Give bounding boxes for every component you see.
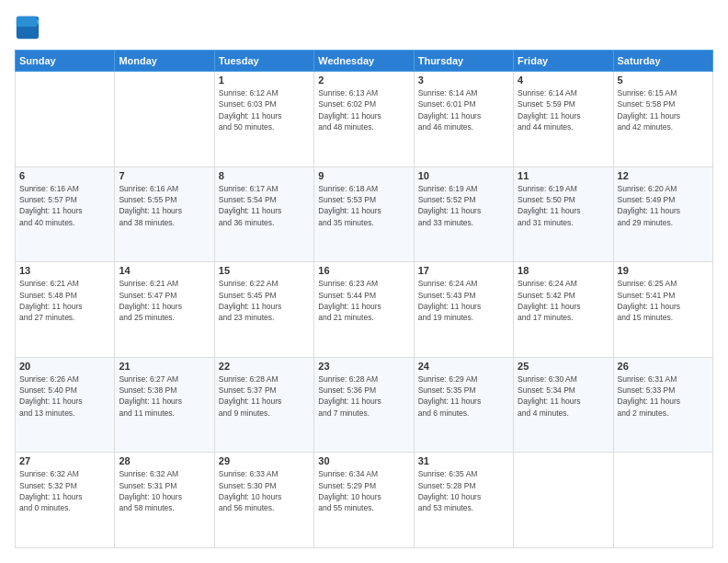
weekday-header: Tuesday: [214, 51, 313, 72]
calendar-cell: 18Sunrise: 6:24 AM Sunset: 5:42 PM Dayli…: [514, 262, 613, 358]
weekday-header-row: SundayMondayTuesdayWednesdayThursdayFrid…: [16, 51, 713, 72]
day-info: Sunrise: 6:21 AM Sunset: 5:48 PM Dayligh…: [19, 278, 110, 323]
weekday-header: Saturday: [613, 51, 712, 72]
calendar-cell: 1Sunrise: 6:12 AM Sunset: 6:03 PM Daylig…: [214, 72, 313, 167]
day-info: Sunrise: 6:19 AM Sunset: 5:50 PM Dayligh…: [518, 183, 609, 228]
day-info: Sunrise: 6:16 AM Sunset: 5:57 PM Dayligh…: [19, 183, 110, 228]
day-info: Sunrise: 6:13 AM Sunset: 6:02 PM Dayligh…: [318, 87, 409, 132]
day-info: Sunrise: 6:30 AM Sunset: 5:34 PM Dayligh…: [518, 373, 609, 419]
day-info: Sunrise: 6:24 AM Sunset: 5:43 PM Dayligh…: [418, 278, 509, 323]
logo-icon: [15, 15, 40, 40]
svg-rect-2: [17, 17, 37, 27]
weekday-header: Friday: [514, 51, 613, 72]
day-number: 30: [318, 455, 409, 466]
day-number: 4: [518, 75, 609, 86]
calendar-cell: 4Sunrise: 6:14 AM Sunset: 5:59 PM Daylig…: [514, 72, 613, 167]
logo: [15, 15, 44, 40]
day-number: 23: [318, 361, 409, 372]
day-info: Sunrise: 6:31 AM Sunset: 5:33 PM Dayligh…: [618, 373, 709, 419]
weekday-header: Sunday: [16, 51, 115, 72]
day-number: 19: [618, 265, 709, 276]
day-info: Sunrise: 6:26 AM Sunset: 5:40 PM Dayligh…: [19, 373, 110, 419]
day-info: Sunrise: 6:28 AM Sunset: 5:36 PM Dayligh…: [318, 373, 409, 419]
calendar-cell: 20Sunrise: 6:26 AM Sunset: 5:40 PM Dayli…: [16, 357, 115, 453]
day-info: Sunrise: 6:27 AM Sunset: 5:38 PM Dayligh…: [119, 373, 210, 419]
calendar-week-row: 6Sunrise: 6:16 AM Sunset: 5:57 PM Daylig…: [16, 167, 713, 262]
calendar-cell: 15Sunrise: 6:22 AM Sunset: 5:45 PM Dayli…: [214, 262, 313, 358]
calendar-cell: 2Sunrise: 6:13 AM Sunset: 6:02 PM Daylig…: [314, 72, 414, 167]
calendar-cell: 29Sunrise: 6:33 AM Sunset: 5:30 PM Dayli…: [214, 453, 313, 548]
calendar-cell: 21Sunrise: 6:27 AM Sunset: 5:38 PM Dayli…: [115, 357, 214, 453]
day-info: Sunrise: 6:14 AM Sunset: 5:59 PM Dayligh…: [518, 87, 609, 132]
calendar-cell: 9Sunrise: 6:18 AM Sunset: 5:53 PM Daylig…: [314, 167, 414, 262]
calendar-cell: 30Sunrise: 6:34 AM Sunset: 5:29 PM Dayli…: [314, 453, 414, 548]
day-number: 31: [418, 455, 509, 466]
calendar-week-row: 1Sunrise: 6:12 AM Sunset: 6:03 PM Daylig…: [16, 72, 713, 167]
calendar-cell: 14Sunrise: 6:21 AM Sunset: 5:47 PM Dayli…: [115, 262, 214, 358]
calendar-cell: 10Sunrise: 6:19 AM Sunset: 5:52 PM Dayli…: [414, 167, 513, 262]
day-info: Sunrise: 6:20 AM Sunset: 5:49 PM Dayligh…: [618, 183, 709, 228]
day-info: Sunrise: 6:17 AM Sunset: 5:54 PM Dayligh…: [219, 183, 310, 228]
day-number: 10: [418, 170, 509, 181]
day-info: Sunrise: 6:32 AM Sunset: 5:32 PM Dayligh…: [19, 468, 110, 513]
day-number: 6: [19, 170, 110, 181]
calendar-cell: 16Sunrise: 6:23 AM Sunset: 5:44 PM Dayli…: [314, 262, 414, 358]
page: SundayMondayTuesdayWednesdayThursdayFrid…: [0, 0, 728, 563]
weekday-header: Monday: [115, 51, 214, 72]
day-info: Sunrise: 6:35 AM Sunset: 5:28 PM Dayligh…: [418, 468, 509, 513]
calendar-cell: 22Sunrise: 6:28 AM Sunset: 5:37 PM Dayli…: [214, 357, 313, 453]
calendar-cell: 5Sunrise: 6:15 AM Sunset: 5:58 PM Daylig…: [613, 72, 712, 167]
calendar-cell: [16, 72, 115, 167]
day-number: 1: [219, 75, 310, 86]
day-number: 27: [19, 455, 110, 466]
day-info: Sunrise: 6:15 AM Sunset: 5:58 PM Dayligh…: [618, 87, 709, 132]
calendar-cell: 26Sunrise: 6:31 AM Sunset: 5:33 PM Dayli…: [613, 357, 712, 453]
calendar-cell: 25Sunrise: 6:30 AM Sunset: 5:34 PM Dayli…: [514, 357, 613, 453]
calendar-cell: 31Sunrise: 6:35 AM Sunset: 5:28 PM Dayli…: [414, 453, 513, 548]
calendar-cell: 19Sunrise: 6:25 AM Sunset: 5:41 PM Dayli…: [613, 262, 712, 358]
day-number: 21: [119, 361, 210, 372]
calendar-cell: 17Sunrise: 6:24 AM Sunset: 5:43 PM Dayli…: [414, 262, 513, 358]
day-number: 2: [318, 75, 409, 86]
day-number: 9: [318, 170, 409, 181]
calendar-cell: 8Sunrise: 6:17 AM Sunset: 5:54 PM Daylig…: [214, 167, 313, 262]
day-info: Sunrise: 6:14 AM Sunset: 6:01 PM Dayligh…: [418, 87, 509, 132]
day-number: 28: [119, 455, 210, 466]
weekday-header: Wednesday: [314, 51, 414, 72]
calendar-cell: 24Sunrise: 6:29 AM Sunset: 5:35 PM Dayli…: [414, 357, 513, 453]
calendar-table: SundayMondayTuesdayWednesdayThursdayFrid…: [15, 50, 713, 548]
day-info: Sunrise: 6:19 AM Sunset: 5:52 PM Dayligh…: [418, 183, 509, 228]
day-number: 12: [618, 170, 709, 181]
day-number: 20: [19, 361, 110, 372]
day-number: 11: [518, 170, 609, 181]
day-number: 7: [119, 170, 210, 181]
calendar-cell: 6Sunrise: 6:16 AM Sunset: 5:57 PM Daylig…: [16, 167, 115, 262]
day-number: 17: [418, 265, 509, 276]
calendar-cell: 7Sunrise: 6:16 AM Sunset: 5:55 PM Daylig…: [115, 167, 214, 262]
day-info: Sunrise: 6:32 AM Sunset: 5:31 PM Dayligh…: [119, 468, 210, 513]
header: [15, 15, 713, 40]
calendar-cell: 3Sunrise: 6:14 AM Sunset: 6:01 PM Daylig…: [414, 72, 513, 167]
calendar-cell: 27Sunrise: 6:32 AM Sunset: 5:32 PM Dayli…: [16, 453, 115, 548]
day-info: Sunrise: 6:12 AM Sunset: 6:03 PM Dayligh…: [219, 87, 310, 132]
day-number: 26: [618, 361, 709, 372]
day-info: Sunrise: 6:21 AM Sunset: 5:47 PM Dayligh…: [119, 278, 210, 323]
calendar-cell: 11Sunrise: 6:19 AM Sunset: 5:50 PM Dayli…: [514, 167, 613, 262]
calendar-cell: 23Sunrise: 6:28 AM Sunset: 5:36 PM Dayli…: [314, 357, 414, 453]
day-info: Sunrise: 6:24 AM Sunset: 5:42 PM Dayligh…: [518, 278, 609, 323]
calendar-cell: 12Sunrise: 6:20 AM Sunset: 5:49 PM Dayli…: [613, 167, 712, 262]
day-info: Sunrise: 6:25 AM Sunset: 5:41 PM Dayligh…: [618, 278, 709, 323]
calendar-week-row: 27Sunrise: 6:32 AM Sunset: 5:32 PM Dayli…: [16, 453, 713, 548]
day-info: Sunrise: 6:28 AM Sunset: 5:37 PM Dayligh…: [219, 373, 310, 419]
calendar-cell: 28Sunrise: 6:32 AM Sunset: 5:31 PM Dayli…: [115, 453, 214, 548]
day-number: 29: [219, 455, 310, 466]
weekday-header: Thursday: [414, 51, 513, 72]
day-number: 5: [618, 75, 709, 86]
day-number: 8: [219, 170, 310, 181]
day-number: 3: [418, 75, 509, 86]
day-info: Sunrise: 6:16 AM Sunset: 5:55 PM Dayligh…: [119, 183, 210, 228]
day-info: Sunrise: 6:34 AM Sunset: 5:29 PM Dayligh…: [318, 468, 409, 513]
day-info: Sunrise: 6:33 AM Sunset: 5:30 PM Dayligh…: [219, 468, 310, 513]
day-number: 18: [518, 265, 609, 276]
calendar-cell: [115, 72, 214, 167]
